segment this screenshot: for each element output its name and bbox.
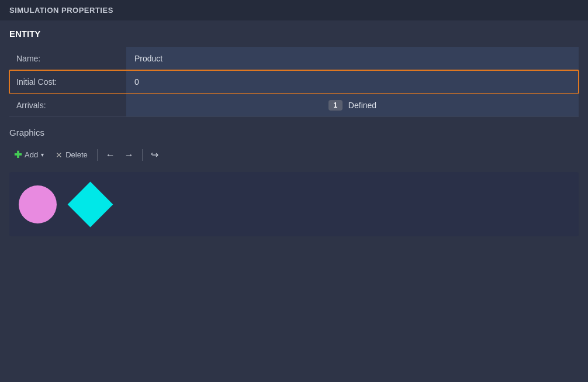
panel-title: SIMULATION PROPERTIES [9, 6, 113, 15]
arrivals-value[interactable]: 1 Defined [126, 94, 579, 116]
name-value[interactable]: Product [126, 47, 579, 70]
graphics-section: Graphics ✚ Add ▾ ✕ Delete ← [9, 128, 579, 236]
panel-header: SIMULATION PROPERTIES [0, 0, 588, 20]
graphics-section-title: Graphics [9, 128, 579, 137]
initial-cost-value[interactable]: 0 [126, 70, 579, 93]
panel-body: ENTITY Name: Product Initial Cost: 0 Arr… [0, 20, 588, 382]
name-label: Name: [9, 47, 126, 70]
plus-icon: ✚ [14, 149, 22, 160]
arrow-right-button[interactable]: → [121, 149, 137, 161]
arrow-left-button[interactable]: ← [102, 149, 119, 161]
arrivals-badge: 1 [328, 100, 343, 111]
graphics-toolbar: ✚ Add ▾ ✕ Delete ← → [9, 143, 579, 166]
name-row: Name: Product [9, 47, 579, 70]
arrow-right-icon: → [124, 150, 134, 160]
reply-icon: ↪ [151, 150, 158, 160]
initial-cost-label: Initial Cost: [9, 70, 126, 93]
graphics-canvas [9, 172, 579, 236]
arrivals-row: Arrivals: 1 Defined [9, 94, 579, 117]
toolbar-separator-1 [97, 149, 98, 161]
add-label: Add [25, 150, 38, 159]
arrow-left-icon: ← [106, 150, 115, 160]
arrivals-text: Defined [348, 101, 376, 110]
delete-x-icon: ✕ [56, 150, 63, 160]
add-button[interactable]: ✚ Add ▾ [9, 147, 49, 163]
initial-cost-row: Initial Cost: 0 [9, 70, 579, 94]
toolbar-separator-2 [142, 149, 143, 161]
shape-diamond[interactable] [68, 181, 113, 227]
reply-button[interactable]: ↪ [147, 148, 162, 161]
delete-label: Delete [65, 150, 88, 159]
add-dropdown-icon: ▾ [41, 152, 44, 158]
delete-button[interactable]: ✕ Delete [51, 148, 92, 162]
shape-circle[interactable] [19, 185, 57, 223]
entity-section-title: ENTITY [9, 29, 579, 39]
simulation-properties-panel: SIMULATION PROPERTIES ENTITY Name: Produ… [0, 0, 588, 382]
arrivals-label: Arrivals: [9, 94, 126, 116]
